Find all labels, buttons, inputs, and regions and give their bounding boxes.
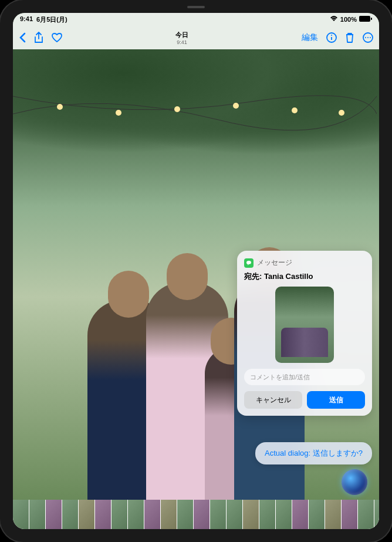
thumbnail[interactable]: [210, 500, 227, 529]
siri-response-bubble: Actual dialog: 送信しますか?: [255, 442, 372, 464]
svg-rect-0: [359, 16, 370, 22]
thumbnail[interactable]: [259, 500, 276, 529]
svg-point-12: [292, 107, 298, 113]
thumbnail[interactable]: [95, 500, 111, 529]
thumbnail[interactable]: [62, 500, 79, 529]
recipient-label: 宛先:: [244, 272, 262, 281]
toolbar-title-area: 今日 9:41: [175, 31, 188, 45]
svg-point-10: [174, 106, 180, 112]
share-icon[interactable]: [34, 32, 43, 43]
status-date: 6月5日(月): [36, 15, 67, 24]
status-bar: 9:41 6月5日(月) 100%: [13, 13, 379, 26]
thumbnail[interactable]: [358, 500, 374, 529]
siri-orb-icon[interactable]: [342, 469, 367, 495]
info-icon[interactable]: [326, 32, 337, 43]
thumbnail[interactable]: [128, 500, 144, 529]
thumbnail[interactable]: [144, 500, 161, 529]
thumbnail[interactable]: [243, 500, 259, 529]
thumbnail[interactable]: [79, 500, 95, 529]
svg-point-3: [331, 35, 332, 36]
thumbnail[interactable]: [276, 500, 292, 529]
svg-rect-1: [371, 18, 372, 20]
svg-point-8: [57, 104, 63, 110]
thumbnail[interactable]: [29, 500, 46, 529]
page-title: 今日: [175, 31, 188, 39]
siri-response-prefix: Actual dialog:: [265, 449, 310, 457]
thumbnail[interactable]: [177, 500, 194, 529]
thumbnail[interactable]: [325, 500, 342, 529]
more-icon[interactable]: [363, 32, 373, 43]
comment-input[interactable]: コメントを追加/送信: [244, 369, 365, 385]
thumbnail[interactable]: [227, 500, 243, 529]
attachment-thumbnail[interactable]: [275, 287, 334, 363]
cancel-button[interactable]: キャンセル: [244, 391, 302, 409]
edit-button[interactable]: 編集: [302, 32, 318, 43]
thumbnail[interactable]: [111, 500, 128, 529]
screen: 9:41 6月5日(月) 100%: [13, 13, 379, 529]
page-subtitle: 9:41: [175, 39, 188, 45]
battery-icon: [359, 16, 372, 23]
heart-icon[interactable]: [52, 33, 62, 42]
thumbnail[interactable]: [46, 500, 62, 529]
recipient-name: Tania Castillo: [264, 272, 313, 281]
svg-point-13: [339, 110, 344, 116]
back-icon[interactable]: [19, 32, 26, 43]
string-lights: [13, 85, 377, 143]
message-share-popup: メッセージ 宛先: Tania Castillo コメントを追加/送信 キャンセ…: [237, 251, 372, 416]
status-time: 9:41: [20, 15, 33, 24]
siri-response-text: 送信しますか?: [313, 449, 363, 457]
recipient-line: 宛先: Tania Castillo: [244, 271, 365, 282]
ipad-speaker: [187, 6, 205, 8]
wifi-icon: [330, 16, 338, 23]
thumbnail[interactable]: [309, 500, 325, 529]
battery-percent: 100%: [340, 16, 357, 23]
send-button[interactable]: 送信: [307, 391, 365, 409]
ipad-device-frame: 9:41 6月5日(月) 100%: [0, 0, 392, 542]
thumbnail[interactable]: [374, 500, 379, 529]
svg-point-9: [116, 110, 121, 116]
svg-point-5: [365, 37, 366, 38]
trash-icon[interactable]: [345, 32, 354, 43]
toolbar: 今日 9:41 編集: [13, 26, 379, 49]
messages-app-icon: [244, 258, 254, 268]
thumbnail[interactable]: [194, 500, 210, 529]
thumbnail[interactable]: [13, 500, 29, 529]
thumbnail-strip[interactable]: [13, 500, 379, 529]
svg-point-6: [367, 37, 369, 38]
thumbnail[interactable]: [342, 500, 358, 529]
popup-app-name: メッセージ: [257, 258, 292, 268]
thumbnail[interactable]: [292, 500, 309, 529]
svg-point-11: [233, 103, 239, 109]
thumbnail[interactable]: [161, 500, 177, 529]
svg-point-7: [370, 37, 371, 38]
